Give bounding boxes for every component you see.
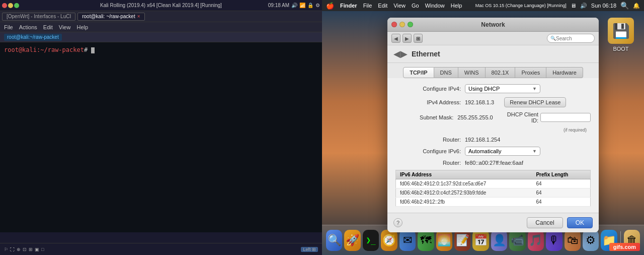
dock-icon-launchpad[interactable]: 🚀 — [344, 230, 360, 251]
dialog-close-btn[interactable] — [391, 22, 397, 27]
mac-menu-go[interactable]: Go — [412, 3, 419, 9]
kali-tab-rawpacket[interactable]: root@kali: ~/raw-packet × — [77, 13, 144, 21]
subnet-mask-label: Subnet Mask: — [395, 114, 453, 120]
dock-icon-calendar[interactable]: 📅 — [472, 230, 489, 251]
router-ipv6-label: Router: — [395, 160, 461, 166]
kali-menu-bar: File Actions Edit View Help — [0, 22, 322, 32]
subnet-mask-row: Subnet Mask: 255.255.255.0 DHCP Client I… — [395, 111, 591, 123]
dialog-search[interactable]: 🔍 — [547, 34, 595, 43]
tab-wins[interactable]: WINS — [458, 67, 486, 78]
dock-icon-safari[interactable]: 🧭 — [381, 230, 397, 251]
dialog-toolbar: ◀ ▶ ⊞ 🔍 — [387, 32, 599, 45]
dock-icon-contacts[interactable]: 👤 — [491, 230, 507, 251]
kali-terminal-body[interactable]: root@kali:~/raw-packet# — [0, 42, 322, 232]
mac-display-icon: 🖥 — [571, 3, 576, 9]
kali-traffic-light-red[interactable] — [2, 3, 7, 8]
dock-icon-facetime[interactable]: 📹 — [509, 230, 525, 251]
dialog-minimize-btn[interactable] — [399, 22, 405, 27]
configure-ipv6-label: Configure IPv6: — [395, 148, 461, 154]
kali-os-bar: Kali Rolling (2019.4) x64 [Clean Kali 20… — [0, 0, 322, 11]
kali-menu-file[interactable]: File — [4, 24, 13, 30]
dock-icon-photos[interactable]: 🌅 — [436, 230, 452, 251]
router-ipv6-row: Router: fe80::a00:27ff:feae:6aaf — [395, 160, 591, 166]
dock-icon-terminal[interactable]: ❯_ — [363, 230, 379, 251]
notes-icon: 📝 — [456, 234, 469, 247]
gifs-badge: gifs.com — [609, 243, 640, 251]
tab-dns[interactable]: DNS — [434, 67, 458, 78]
kali-menu-help[interactable]: Help — [76, 24, 88, 30]
mac-menubar: 🍎 Finder File Edit View Go Window Help M… — [322, 0, 644, 11]
mac-menu-help[interactable]: Help — [451, 3, 462, 9]
tab-tcpip[interactable]: TCP/IP — [403, 67, 434, 78]
kali-traffic-light-green[interactable] — [14, 3, 19, 8]
dhcp-client-id-label: DHCP Client ID: — [503, 111, 538, 123]
dock-icon-notes[interactable]: 📝 — [454, 230, 470, 251]
if-required-row: (if required) — [395, 128, 591, 133]
kali-path-badge: root@kali:~/raw-packet — [4, 34, 62, 41]
kali-menu-actions[interactable]: Actions — [19, 24, 37, 30]
chevron-down-ipv6-icon: ▼ — [532, 149, 537, 154]
list-view-button[interactable]: ⊞ — [414, 34, 423, 43]
apple-icon[interactable]: 🍎 — [326, 2, 334, 10]
kali-traffic-light-yellow[interactable] — [8, 3, 13, 8]
ok-button[interactable]: OK — [567, 217, 593, 228]
mac-menu-file[interactable]: File — [363, 3, 372, 9]
mac-search-icon[interactable]: 🔍 — [620, 2, 629, 10]
ipv6-table-row: fd06:46b2:4912:0:1c37:92d:ce5a:d6e764 — [396, 179, 591, 188]
if-required-note: (if required) — [564, 128, 587, 133]
dialog-traffic-lights — [391, 22, 413, 27]
dock-icon-appstore[interactable]: 🛍 — [565, 230, 581, 251]
kali-status-icon6: ▣ — [35, 247, 39, 252]
dialog-zoom-btn[interactable] — [408, 22, 413, 27]
router-ipv6-value: fe80::a00:27ff:feae:6aaf — [465, 160, 523, 166]
configure-ipv4-select[interactable]: Using DHCP ▼ — [465, 84, 540, 93]
kali-cursor — [91, 47, 95, 53]
search-input[interactable] — [556, 36, 591, 41]
photos-icon: 🌅 — [437, 234, 451, 247]
kali-menu-edit[interactable]: Edit — [43, 24, 53, 30]
kali-menu-view[interactable]: View — [59, 24, 71, 30]
launchpad-icon: 🚀 — [346, 234, 359, 247]
mac-menu-window[interactable]: Window — [425, 3, 445, 9]
forward-button[interactable]: ▶ — [403, 34, 412, 43]
mac-menu-finder[interactable]: Finder — [340, 3, 357, 9]
help-button[interactable]: ? — [393, 218, 403, 227]
boot-icon[interactable]: 💾 BOOT — [608, 18, 634, 52]
boot-icon-image: 💾 — [608, 18, 634, 44]
mac-notification-icon[interactable]: 🔔 — [633, 3, 640, 9]
dock-icon-music[interactable]: 🎵 — [528, 230, 544, 251]
music-icon: 🎵 — [529, 234, 542, 247]
kali-keyboard-status: Left ⊞ — [301, 247, 318, 252]
dock-icon-podcasts[interactable]: 🎙 — [546, 230, 562, 251]
dhcp-client-id-input[interactable] — [540, 113, 591, 122]
dock-icon-systemprefs[interactable]: ⚙ — [583, 230, 599, 251]
kali-settings-icon: ⚙ — [315, 3, 320, 8]
configure-ipv4-value: Using DHCP — [468, 86, 500, 92]
dock-icon-mail[interactable]: ✉ — [399, 230, 416, 251]
configure-ipv6-row: Configure IPv6: Automatically ▼ — [395, 147, 591, 156]
configure-ipv4-label: Configure IPv4: — [395, 86, 461, 92]
kali-status-icon7: □ — [41, 247, 44, 252]
router-ipv4-label: Router: — [395, 137, 461, 143]
tab-8021x[interactable]: 802.1X — [486, 67, 516, 78]
kali-tab-close-icon[interactable]: × — [137, 14, 140, 19]
mac-menu-view[interactable]: View — [393, 3, 406, 9]
contacts-icon: 👤 — [493, 234, 506, 247]
maps-icon: 🗺 — [420, 234, 431, 247]
tab-hardware[interactable]: Hardware — [546, 67, 583, 78]
configure-ipv4-row: Configure IPv4: Using DHCP ▼ — [395, 84, 591, 93]
kali-lock-icon: 🔒 — [307, 3, 313, 8]
ipv6-col-address: IPv6 Address — [396, 170, 532, 179]
renew-dhcp-button[interactable]: Renew DHCP Lease — [504, 97, 566, 107]
cancel-button[interactable]: Cancel — [527, 217, 562, 228]
dock-icon-maps[interactable]: 🗺 — [418, 230, 434, 251]
dock-icon-finder[interactable]: 🔍 — [326, 230, 342, 251]
back-button[interactable]: ◀ — [391, 34, 400, 43]
back-arrow-icon[interactable]: ◀▶ — [393, 48, 408, 59]
mac-time: Sun 06:18 — [591, 3, 616, 9]
kali-tab-openwrt[interactable]: [OpenWrt] - Interfaces - LuCI — [2, 13, 75, 21]
tab-proxies[interactable]: Proxies — [515, 67, 546, 78]
kali-tab-rawpacket-label: root@kali: ~/raw-packet — [82, 14, 135, 19]
mac-menu-edit[interactable]: Edit — [378, 3, 387, 9]
configure-ipv6-select[interactable]: Automatically ▼ — [465, 147, 540, 156]
